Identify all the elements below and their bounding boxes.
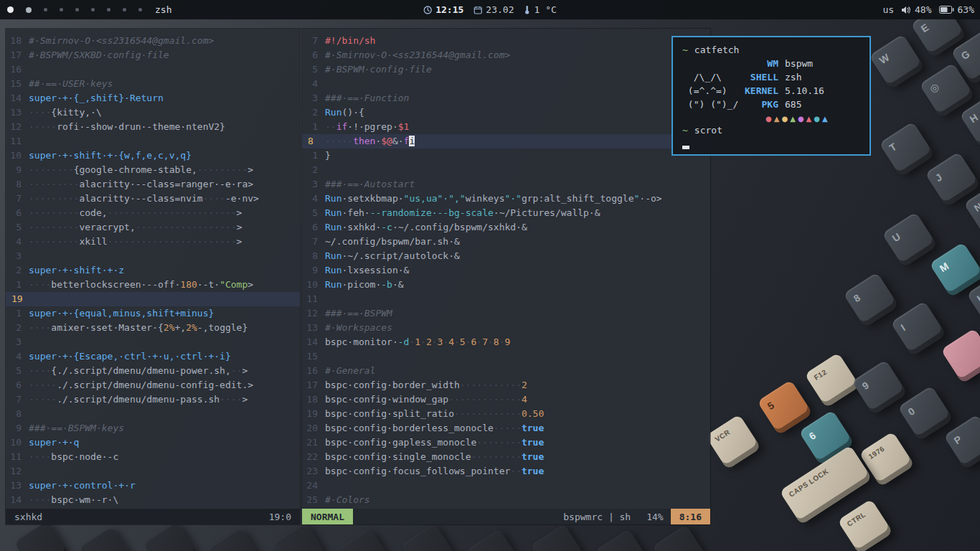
editor-line[interactable]: 12 (6, 464, 300, 479)
editor-line[interactable]: 8·········alacritty·--class=ranger·-e·ra… (6, 177, 300, 192)
editor-line[interactable]: 7#!/bin/sh (302, 34, 710, 48)
line-number: 4 (302, 192, 325, 206)
keyboard-layout-label[interactable]: us (882, 4, 894, 15)
editor-window-bspwmrc[interactable]: 7#!/bin/sh6#·Smirnov-O·<ss2316544@gmail.… (302, 29, 710, 524)
editor-line[interactable]: 2super·+·shift·+·z (6, 263, 300, 278)
editor-line[interactable]: 11 (302, 292, 710, 306)
sxhkd-buffer[interactable]: 18#·Smirnov-O·<ss2316544@gmail.com>17#·B… (6, 29, 300, 509)
workspace-dot[interactable] (26, 7, 32, 13)
editor-line[interactable]: 7~/.config/bspwm/bar.sh·& (302, 235, 710, 249)
editor-line[interactable]: 14super·+·{_,shift}·Return (6, 91, 300, 105)
catfetch-info-row: /\_/\SHELLzsh (682, 70, 870, 84)
line-number: 8 (302, 249, 325, 263)
editor-line[interactable]: 6Run·sxhkd·-c·~/.config/bspwm/sxhkd·& (302, 220, 710, 235)
top-bar: zsh 12:15 23.02 1 °C us (0, 0, 980, 19)
editor-line[interactable]: 8·····then·$@&·fi (302, 134, 710, 149)
editor-line[interactable]: 15##·==·USER·keys (6, 77, 300, 91)
editor-line[interactable]: 12·····rofi·-show·drun·-theme·ntenV2} (6, 120, 300, 134)
editor-line[interactable]: 11····bspc·node·-c (6, 450, 300, 464)
line-number: 5 (302, 206, 325, 220)
editor-line[interactable]: 3 (6, 335, 300, 349)
workspace-dot[interactable] (91, 8, 95, 11)
editor-line[interactable]: 10super·+·shift·+·{w,f,e,c,v,q} (6, 149, 300, 163)
editor-line[interactable]: 16#·General (302, 364, 710, 378)
editor-line[interactable]: 9········{google-chrome-stable,·········… (6, 163, 300, 177)
line-number: 9 (6, 421, 29, 435)
floating-terminal-catfetch[interactable]: ~catfetch WMbspwm /\_/\SHELLzsh (=^.^=)K… (672, 36, 871, 156)
editor-line[interactable]: 22bspc·config·single_monocle·········tru… (302, 450, 710, 464)
editor-line[interactable]: 4 (302, 77, 710, 91)
editor-line[interactable]: 9Run·lxsession·& (302, 263, 710, 278)
workspace-dot[interactable] (75, 8, 79, 11)
line-number: 16 (6, 62, 29, 77)
editor-line[interactable]: 16 (6, 62, 300, 77)
editor-line[interactable]: 25#·Colors (302, 493, 710, 507)
editor-line[interactable]: 13#·Workspaces (302, 321, 710, 335)
editor-line[interactable]: 18bspc·config·window_gap·············4 (302, 392, 710, 407)
editor-line[interactable]: 1··if·!·pgrep·$1 (302, 120, 710, 134)
editor-line[interactable]: 10Run·picom·-b·& (302, 278, 710, 292)
editor-line[interactable]: 6·····./.script/dmenu/dmenu-config-edit.… (6, 378, 300, 392)
editor-line[interactable]: 17#·BSPWM/SXKBD·config·file (6, 48, 300, 62)
wallpaper-keycap: I (890, 301, 946, 356)
editor-line[interactable]: 20bspc·config·borderless_monocle·····tru… (302, 421, 710, 435)
editor-line[interactable]: 1super·+·{equal,minus,shift+minus} (6, 306, 300, 321)
color-shape: ● (814, 115, 822, 123)
editor-line[interactable]: 7·····./.script/dmenu/dmenu-pass.sh····> (6, 392, 300, 407)
line-number: 4 (6, 235, 29, 249)
editor-line[interactable]: 18#·Smirnov-O·<ss2316544@gmail.com> (6, 34, 300, 48)
workspace-dot[interactable] (44, 8, 47, 11)
editor-line[interactable]: 3###·==·Function (302, 91, 710, 105)
editor-line[interactable]: 1····betterlockscreen·--off·180·-t·"Comp… (6, 278, 300, 292)
line-number: 6 (302, 48, 325, 62)
editor-line[interactable]: 24 (302, 479, 710, 493)
editor-line[interactable]: 2····amixer·sset·Master·{2%+,2%-,toggle} (6, 321, 300, 335)
editor-line[interactable]: 13super·+·control·+·r (6, 479, 300, 493)
line-number: 21 (302, 435, 325, 450)
editor-line[interactable]: 14····bspc·wm·-r·\ (6, 493, 300, 507)
editor-line[interactable]: 13····{kitty,·\ (6, 105, 300, 120)
editor-line[interactable]: 3 (6, 249, 300, 263)
editor-line[interactable]: 6#·Smirnov-O·<ss2316544@gmail.com> (302, 48, 710, 62)
editor-line[interactable]: 4Run·setxkbmap·"us,ua"·","winkeys"·"grp:… (302, 192, 710, 206)
editor-line[interactable]: 8Run·~/.script/autolock·& (302, 249, 710, 263)
color-shape: ● (798, 115, 806, 123)
bspwmrc-buffer[interactable]: 7#!/bin/sh6#·Smirnov-O·<ss2316544@gmail.… (302, 29, 710, 509)
editor-line[interactable]: 23bspc·config·focus_follows_pointer··tru… (302, 464, 710, 479)
workspace-dot[interactable] (138, 8, 142, 11)
line-number: 12 (302, 306, 325, 321)
workspace-dot[interactable] (107, 8, 110, 11)
workspace-dot[interactable] (7, 6, 14, 13)
editor-line[interactable]: 5#·BSPWM·config·file (302, 62, 710, 77)
editor-line[interactable]: 2 (302, 163, 710, 177)
editor-line[interactable]: 7·········alacritty·--class=nvim····-e·n… (6, 192, 300, 206)
editor-line[interactable]: 3###·==·Autostart (302, 177, 710, 192)
editor-line[interactable]: 1} (302, 149, 710, 163)
editor-line[interactable]: 5Run·feh·--randomize·--bg-scale·~/Pictur… (302, 206, 710, 220)
editor-line[interactable]: 8 (6, 407, 300, 421)
editor-line[interactable]: 19 (6, 292, 300, 306)
color-shape: ● (781, 115, 790, 123)
editor-line[interactable]: 19bspc·config·split_ratio············0.5… (302, 407, 710, 421)
editor-line[interactable]: 5····{./.script/dmenu/dmenu-power.sh,··> (6, 364, 300, 378)
editor-line[interactable]: 10super·+·q (6, 435, 300, 450)
editor-line[interactable]: 17bspc·config·border_width···········2 (302, 378, 710, 392)
line-number: 9 (302, 263, 325, 278)
editor-line[interactable]: 15 (302, 349, 710, 364)
wallpaper-keycap: 8 (843, 272, 898, 327)
editor-line[interactable]: 14bspc·monitor·-d·1·2·3·4·5·6·7·8·9 (302, 335, 710, 349)
workspace-dot[interactable] (60, 8, 63, 11)
editor-line[interactable]: 11 (6, 134, 300, 149)
editor-line[interactable]: 5·········veracrypt,··················> (6, 220, 300, 235)
editor-window-sxhkd[interactable]: 18#·Smirnov-O·<ss2316544@gmail.com>17#·B… (6, 29, 300, 524)
editor-line[interactable]: 4super·+·{Escape,·ctrl·+·u,·ctrl·+·i} (6, 349, 300, 364)
editor-line[interactable]: 21bspc·config·gapless_monocle········tru… (302, 435, 710, 450)
editor-line[interactable]: 6·········code,·······················> (6, 206, 300, 220)
workspace-dot[interactable] (123, 8, 126, 11)
volume-module[interactable]: 48% (901, 4, 931, 15)
line-number: 1 (302, 149, 325, 163)
editor-line[interactable]: 9###·==·BSPWM·keys (6, 421, 300, 435)
editor-line[interactable]: 4·········xkill·······················> (6, 235, 300, 249)
editor-line[interactable]: 12###·==·BSPWM (302, 306, 710, 321)
editor-line[interactable]: 2Run()·{ (302, 105, 710, 120)
